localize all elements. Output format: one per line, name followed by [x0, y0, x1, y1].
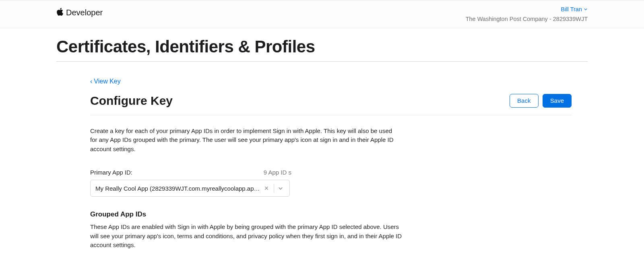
brand[interactable]: Developer — [56, 5, 103, 18]
account-org-line: The Washington Post Company - 2829339WJT — [466, 15, 588, 24]
top-bar: Developer Bill Tran The Washington Post … — [0, 0, 644, 28]
primary-app-id-row: Primary App ID: 9 App ID s — [90, 169, 291, 176]
page-title-wrap: Certificates, Identifiers & Profiles — [56, 28, 588, 62]
account-user-name: Bill Tran — [561, 5, 582, 14]
chevron-down-icon — [584, 5, 588, 14]
section-title: Configure Key — [90, 94, 173, 108]
content: ‹ View Key Configure Key Back Save Creat… — [72, 62, 572, 250]
section-header: Configure Key Back Save — [90, 94, 572, 115]
chevron-down-icon[interactable] — [276, 185, 285, 191]
grouped-app-ids-title: Grouped App IDs — [90, 210, 572, 218]
page-title: Certificates, Identifiers & Profiles — [56, 37, 588, 56]
primary-app-id-select[interactable]: My Really Cool App (2829339WJT.com.myrea… — [90, 180, 290, 197]
select-divider — [274, 184, 274, 193]
back-link-label: View Key — [94, 78, 120, 85]
grouped-app-ids-description: These App IDs are enabled with Sign in w… — [90, 222, 404, 250]
back-link[interactable]: ‹ View Key — [90, 78, 121, 85]
save-button[interactable]: Save — [543, 94, 572, 108]
chevron-left-icon: ‹ — [90, 78, 92, 85]
section-description: Create a key for each of your primary Ap… — [90, 127, 396, 154]
select-value: My Really Cool App (2829339WJT.com.myrea… — [95, 185, 261, 192]
brand-text: Developer — [66, 8, 103, 17]
app-id-count: 9 App ID s — [264, 169, 291, 176]
account-block: Bill Tran The Washington Post Company - … — [466, 5, 588, 24]
back-button[interactable]: Back — [510, 94, 539, 108]
clear-icon[interactable]: × — [261, 184, 272, 193]
apple-logo-icon — [56, 8, 64, 18]
account-user-dropdown[interactable]: Bill Tran — [561, 5, 588, 14]
primary-app-id-label: Primary App ID: — [90, 169, 132, 176]
button-row: Back Save — [510, 94, 572, 108]
